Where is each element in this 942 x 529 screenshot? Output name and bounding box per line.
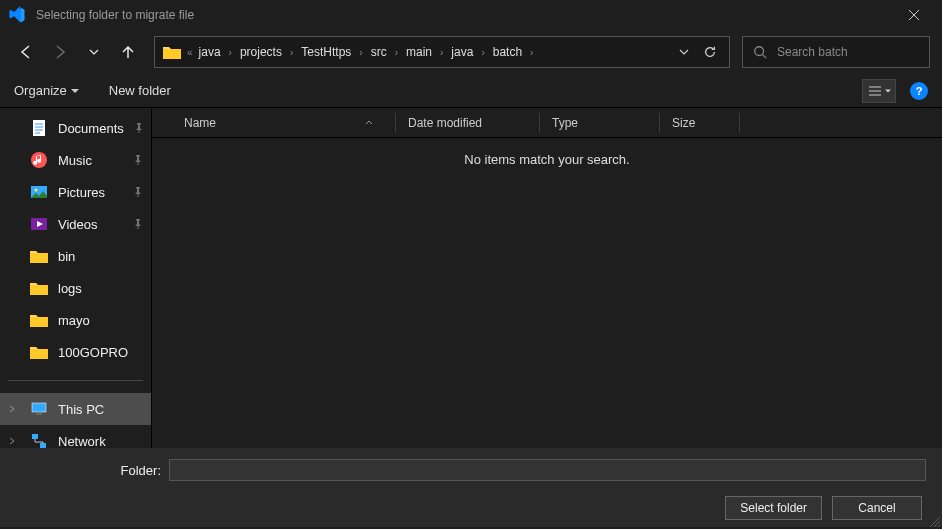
recent-dropdown[interactable] [80, 38, 108, 66]
navigation-bar: « java›projects›TestHttps›src›main›java›… [0, 30, 942, 74]
address-dropdown[interactable] [679, 47, 689, 57]
help-button[interactable]: ? [910, 82, 928, 100]
breadcrumb-segment[interactable]: main [406, 45, 432, 59]
sidebar-item[interactable]: mayo [0, 304, 151, 336]
breadcrumb-segment[interactable]: java [199, 45, 221, 59]
sidebar-item-label: Documents [58, 121, 124, 136]
breadcrumb-segment[interactable]: java [451, 45, 473, 59]
folder-field-label: Folder: [16, 463, 161, 478]
sidebar-item[interactable]: logs [0, 272, 151, 304]
column-size[interactable]: Size [660, 113, 740, 133]
sidebar-item[interactable]: Pictures [0, 176, 151, 208]
sidebar-item[interactable]: Videos [0, 208, 151, 240]
doc-icon [30, 119, 48, 137]
svg-rect-11 [36, 413, 42, 415]
pin-icon [134, 123, 144, 133]
folder-name-input[interactable] [169, 459, 926, 481]
chevron-right-icon: › [290, 47, 293, 58]
sort-ascending-icon [365, 119, 383, 127]
forward-button[interactable] [46, 38, 74, 66]
column-type[interactable]: Type [540, 113, 660, 133]
sidebar: DocumentsMusicPicturesVideosbinlogsmayo1… [0, 108, 152, 448]
breadcrumb-segment[interactable]: projects [240, 45, 282, 59]
window-title: Selecting folder to migrate file [36, 8, 894, 22]
resize-grip-icon[interactable] [928, 515, 940, 527]
svg-rect-13 [40, 443, 46, 448]
sidebar-item-label: This PC [58, 402, 104, 417]
column-size-label: Size [672, 116, 695, 130]
empty-message: No items match your search. [152, 138, 942, 167]
search-box[interactable] [742, 36, 930, 68]
refresh-button[interactable] [703, 45, 717, 59]
svg-point-6 [35, 189, 38, 192]
pin-icon [133, 155, 143, 165]
main-area: DocumentsMusicPicturesVideosbinlogsmayo1… [0, 108, 942, 448]
svg-rect-7 [138, 194, 139, 197]
view-options-button[interactable] [862, 79, 896, 103]
chevron-down-icon [71, 87, 79, 95]
svg-rect-4 [138, 162, 139, 165]
chevron-right-icon[interactable] [8, 405, 16, 413]
sidebar-item-label: Videos [58, 217, 98, 232]
new-folder-button[interactable]: New folder [109, 83, 171, 98]
up-button[interactable] [114, 38, 142, 66]
cancel-button[interactable]: Cancel [832, 496, 922, 520]
chevron-right-icon: › [530, 47, 533, 58]
breadcrumb-overflow-icon[interactable]: « [187, 47, 193, 58]
search-icon [753, 45, 767, 59]
column-date[interactable]: Date modified [396, 113, 540, 133]
sidebar-item-label: logs [58, 281, 82, 296]
search-input[interactable] [777, 45, 927, 59]
chevron-right-icon: › [229, 47, 232, 58]
music-icon [30, 151, 48, 169]
svg-rect-9 [138, 226, 139, 229]
sidebar-divider [8, 380, 143, 381]
chevron-right-icon: › [481, 47, 484, 58]
breadcrumb-segment[interactable]: src [371, 45, 387, 59]
folder-icon [30, 311, 48, 329]
close-button[interactable] [894, 0, 934, 30]
breadcrumb-segment[interactable]: TestHttps [301, 45, 351, 59]
sidebar-item-network[interactable]: Network [0, 425, 151, 448]
sidebar-item-label: Network [58, 434, 106, 449]
vscode-icon [8, 6, 36, 24]
chevron-right-icon[interactable] [8, 437, 16, 445]
organize-button[interactable]: Organize [14, 83, 79, 98]
sidebar-item[interactable]: 100GOPRO [0, 336, 151, 368]
content-pane: Name Date modified Type Size No items ma… [152, 108, 942, 448]
sidebar-item-label: bin [58, 249, 75, 264]
dialog-footer: Folder: Select folder Cancel [0, 448, 942, 527]
back-button[interactable] [12, 38, 40, 66]
chevron-right-icon: › [359, 47, 362, 58]
breadcrumb-trail: java›projects›TestHttps›src›main›java›ba… [199, 45, 673, 59]
sidebar-item-thispc[interactable]: This PC [0, 393, 151, 425]
svg-rect-2 [138, 130, 139, 133]
sidebar-item[interactable]: bin [0, 240, 151, 272]
svg-rect-1 [33, 120, 45, 136]
column-name-label: Name [184, 116, 216, 130]
svg-rect-12 [32, 434, 38, 439]
column-type-label: Type [552, 116, 578, 130]
folder-icon [163, 45, 181, 59]
breadcrumb-segment[interactable]: batch [493, 45, 522, 59]
pictures-icon [30, 183, 48, 201]
toolbar: Organize New folder ? [0, 74, 942, 108]
column-headers: Name Date modified Type Size [152, 108, 942, 138]
title-bar: Selecting folder to migrate file [0, 0, 942, 30]
sidebar-item[interactable]: Music [0, 144, 151, 176]
sidebar-item[interactable]: Documents [0, 112, 151, 144]
folder-icon [30, 247, 48, 265]
network-icon [30, 432, 48, 448]
folder-icon [30, 343, 48, 361]
address-bar[interactable]: « java›projects›TestHttps›src›main›java›… [154, 36, 730, 68]
select-folder-button[interactable]: Select folder [725, 496, 822, 520]
organize-label: Organize [14, 83, 67, 98]
column-name[interactable]: Name [152, 113, 396, 133]
column-date-label: Date modified [408, 116, 482, 130]
pin-icon [133, 219, 143, 229]
chevron-right-icon: › [440, 47, 443, 58]
sidebar-item-label: Pictures [58, 185, 105, 200]
new-folder-label: New folder [109, 83, 171, 98]
chevron-right-icon: › [395, 47, 398, 58]
videos-icon [30, 215, 48, 233]
